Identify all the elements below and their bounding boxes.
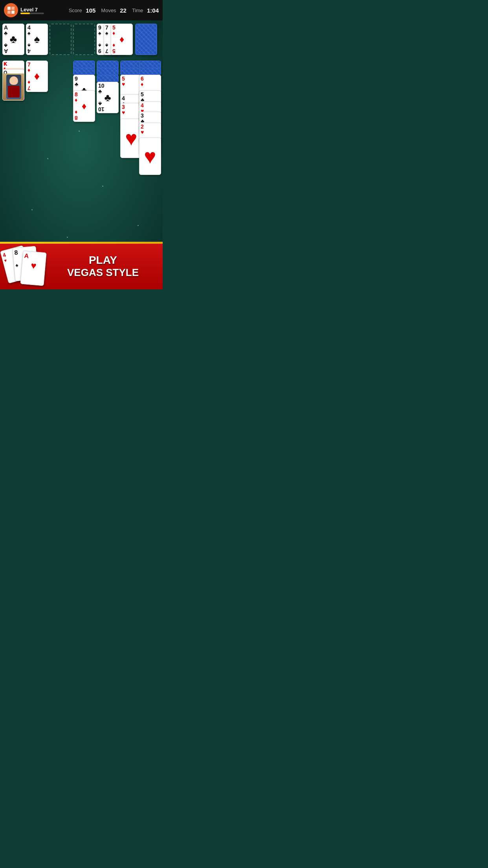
stock-back-col7b[interactable] — [139, 68, 161, 75]
foundation-slot-3[interactable] — [50, 24, 72, 55]
stock-back-partial5[interactable] — [97, 75, 119, 83]
foundation-slot-2[interactable]: 4 ♠ ♠ 4 ♠ — [26, 24, 48, 55]
tableau-col-7[interactable]: 6♦ 6♦ 5♣ 5♣ 4♥ 4♥ 3♣ 3♣ 2♥ 2♥ ♥ — [139, 61, 161, 106]
queen-portrait — [3, 74, 24, 100]
stock-back-partial4[interactable] — [97, 68, 119, 75]
level-progress-fill — [20, 13, 30, 14]
star-decoration — [31, 209, 33, 210]
level-badge: Level 7 — [4, 3, 44, 17]
moves-stat: Moves 22 — [101, 7, 127, 14]
card-rank: 4 — [28, 25, 31, 30]
stock-back-partial[interactable] — [73, 61, 95, 68]
level-icon — [4, 3, 18, 17]
banner-cards-area: 4 ♥ 8 ♠ A ♥ — [0, 244, 47, 289]
level-label: Level 7 — [20, 7, 44, 13]
tableau-col-4[interactable]: 9 ♣ ♣ 9 ♣ 8 ♦ ♦ 8 ♦ — [73, 61, 95, 106]
banner-play-label: PLAY — [47, 254, 159, 267]
banner-text-area[interactable]: PLAY VEGAS STYLE — [47, 254, 163, 279]
stock-stack[interactable]: 9♠ 9♠ 7♠ 7♠ 5♦ ♦ 5♦ — [97, 24, 132, 55]
stock-back-partial2[interactable] — [73, 68, 95, 75]
card-7d[interactable]: 7 ♦ ♦ 7 ♦ — [26, 61, 48, 92]
game-area[interactable]: A ♣ ♣ A ♣ 4 ♠ ♠ 4 ♠ — [0, 20, 163, 264]
level-progress-bar — [20, 13, 44, 14]
star-decoration — [138, 225, 139, 226]
svg-rect-2 — [7, 11, 11, 14]
card-suit: ♠ — [28, 30, 30, 36]
time-value: 1:04 — [147, 7, 159, 14]
banner-card-ah: A ♥ — [20, 251, 46, 286]
card-rank: A — [4, 25, 8, 30]
foundation-slot-4[interactable] — [73, 24, 95, 55]
score-stat: Score 105 — [69, 7, 96, 14]
top-row: A ♣ ♣ A ♣ 4 ♠ ♠ 4 ♠ — [2, 24, 157, 55]
card-10c[interactable]: 10 ♣ ♣ 10 ♣ — [97, 82, 119, 113]
foundation-slot-1[interactable]: A ♣ ♣ A ♣ — [2, 24, 24, 55]
card-8d[interactable]: 8 ♦ ♦ 8 ♦ — [73, 90, 95, 122]
stock-back-col7a[interactable] — [139, 61, 161, 68]
svg-rect-3 — [11, 11, 15, 14]
card-big-heart-2[interactable]: ♥ — [139, 138, 161, 175]
score-label: Score — [69, 7, 82, 13]
star-decoration — [102, 186, 103, 187]
moves-label: Moves — [101, 7, 116, 13]
card-suit: ♣ — [4, 30, 7, 36]
banner-style-label: VEGAS STYLE — [47, 267, 159, 279]
svg-rect-1 — [11, 7, 15, 10]
game-stats: Score 105 Moves 22 Time 1:04 — [69, 7, 159, 14]
star-decoration — [79, 131, 80, 132]
time-label: Time — [132, 7, 143, 13]
moves-value: 22 — [120, 7, 127, 14]
tableau-col-1[interactable]: K ♦ Q K ♦ K Q ♣ — [2, 61, 24, 92]
time-stat: Time 1:04 — [132, 7, 159, 14]
level-info: Level 7 — [20, 7, 44, 14]
bottom-banner[interactable]: 4 ♥ 8 ♠ A ♥ PLAY VEGAS STYLE — [0, 244, 163, 289]
tableau-col-5[interactable]: 10 ♣ ♣ 10 ♣ — [97, 61, 119, 113]
star-decoration — [47, 158, 48, 159]
star-decoration — [67, 237, 68, 238]
tableau-col-2[interactable]: 7 ♦ ♦ 7 ♦ — [26, 61, 48, 92]
game-header: Level 7 Score 105 Moves 22 Time 1:04 — [0, 0, 163, 20]
stock-back-partial3[interactable] — [97, 61, 119, 68]
stock-deck[interactable] — [135, 24, 157, 55]
score-value: 105 — [86, 7, 95, 14]
card-qc[interactable]: Q ♣ — [2, 69, 24, 101]
card-back-design — [136, 24, 156, 54]
stock-card-5d[interactable]: 5♦ ♦ 5♦ — [111, 24, 133, 55]
svg-rect-0 — [7, 7, 11, 10]
